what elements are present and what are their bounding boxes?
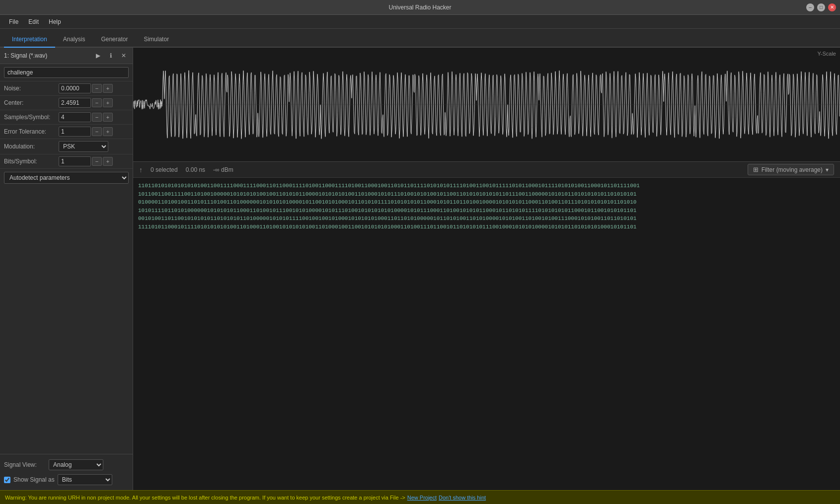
minimize-button[interactable]: – <box>806 3 814 11</box>
center-row: Center: − + <box>0 96 133 110</box>
signal-name-row <box>0 64 133 81</box>
signal-statusbar: ↑ 0 selected 0.00 ns -∞ dBm ⊞ Filter (mo… <box>133 162 840 178</box>
show-signal-checkbox[interactable] <box>4 477 10 483</box>
signal-view-row: Signal View: Analog Digital <box>0 457 133 472</box>
signal-name-input[interactable] <box>4 67 129 78</box>
titlebar: Universal Radio Hacker – □ ✕ <box>0 0 840 15</box>
noise-row: Noise: − + <box>0 81 133 96</box>
show-signal-row: Show Signal as Bits Hex ASCII <box>0 472 133 487</box>
samples-input[interactable] <box>59 112 91 122</box>
bits-line-5: 0010100110110010101010110101010110100000… <box>138 215 835 223</box>
cursor-icon: ↑ <box>139 166 143 174</box>
bits-symbol-input[interactable] <box>59 156 91 166</box>
noise-label: Noise: <box>4 85 59 92</box>
samples-label: Samples/Symbol: <box>4 114 59 121</box>
signal-canvas <box>133 48 840 161</box>
center-increment[interactable]: + <box>103 98 113 107</box>
bits-line-6: 1111010110001011110101010101001101000110… <box>138 223 835 231</box>
noise-input[interactable] <box>59 83 91 93</box>
warning-bar: Warning: You are running URH in non proj… <box>0 490 840 504</box>
center-input[interactable] <box>59 98 91 108</box>
menu-edit[interactable]: Edit <box>23 16 44 27</box>
filter-button[interactable]: ⊞ Filter (moving average) ▾ <box>748 164 834 175</box>
time-display: 0.00 ns <box>186 166 205 173</box>
main-content: 1: Signal (*.wav) ▶ ℹ ✕ Noise: − + Cente… <box>0 48 840 490</box>
bits-symbol-label: Bits/Symbol: <box>4 158 59 165</box>
bits-symbol-increment[interactable]: + <box>103 157 113 166</box>
signal-header: 1: Signal (*.wav) ▶ ℹ ✕ <box>0 48 133 64</box>
bits-line-2: 1011001100111100110100100000101010101001… <box>138 190 835 199</box>
menubar: File Edit Help <box>0 15 840 29</box>
close-signal-button[interactable]: ✕ <box>119 51 129 61</box>
tab-generator[interactable]: Generator <box>93 32 136 48</box>
filter-label: Filter (moving average) <box>762 166 823 173</box>
filter-chevron-icon: ▾ <box>826 166 829 173</box>
show-signal-label: Show Signal as <box>13 476 55 483</box>
titlebar-controls: – □ ✕ <box>806 3 836 11</box>
new-project-link[interactable]: New Project <box>407 495 437 501</box>
bits-line-4: 1010111101101010000001010101011000110100… <box>138 207 835 215</box>
bits-line-1: 1101101010101010101001100111100011110001… <box>138 182 835 190</box>
samples-decrement[interactable]: − <box>92 113 102 122</box>
modulation-label: Modulation: <box>4 143 59 150</box>
left-panel: 1: Signal (*.wav) ▶ ℹ ✕ Noise: − + Cente… <box>0 48 133 490</box>
bits-display: 1101101010101010101001100111100011110001… <box>133 178 840 490</box>
signal-view-rows: Signal View: Analog Digital Show Signal … <box>0 454 133 490</box>
bits-symbol-decrement[interactable]: − <box>92 157 102 166</box>
center-decrement[interactable]: − <box>92 98 102 107</box>
center-label: Center: <box>4 99 59 106</box>
play-button[interactable]: ▶ <box>93 51 103 61</box>
error-decrement[interactable]: − <box>92 127 102 136</box>
samples-row: Samples/Symbol: − + <box>0 110 133 125</box>
noise-decrement[interactable]: − <box>92 84 102 93</box>
tab-interpretation[interactable]: Interpretation <box>4 32 55 48</box>
error-label: Error Tolerance: <box>4 128 59 135</box>
error-input[interactable] <box>59 127 91 137</box>
titlebar-title: Universal Radio Hacker <box>388 4 451 11</box>
signal-view-select[interactable]: Analog Digital <box>49 459 103 470</box>
close-button[interactable]: ✕ <box>828 3 836 11</box>
warning-text: Warning: You are running URH in non proj… <box>5 495 405 501</box>
noise-increment[interactable]: + <box>103 84 113 93</box>
tab-simulator[interactable]: Simulator <box>136 32 177 48</box>
bits-line-3: 0100001101001001101011101001101000000101… <box>138 198 835 207</box>
signal-title: 1: Signal (*.wav) <box>4 52 90 59</box>
menu-file[interactable]: File <box>4 16 23 27</box>
menu-help[interactable]: Help <box>44 16 66 27</box>
error-row: Error Tolerance: − + <box>0 125 133 139</box>
autodetect-select[interactable]: Autodetect parameters <box>4 172 129 184</box>
show-signal-select[interactable]: Bits Hex ASCII <box>58 474 112 485</box>
right-panel: Y-Scale ↑ 0 selected 0.00 ns -∞ dBm ⊞ Fi… <box>133 48 840 490</box>
tabbar: Interpretation Analysis Generator Simula… <box>0 29 840 48</box>
signal-view-label: Signal View: <box>4 461 49 468</box>
dont-show-link[interactable]: Don't show this hint <box>439 495 486 501</box>
modulation-select[interactable]: PSK ASK FSK <box>59 141 108 152</box>
tab-analysis[interactable]: Analysis <box>55 32 93 48</box>
samples-increment[interactable]: + <box>103 113 113 122</box>
autodetect-row: Autodetect parameters <box>0 169 133 187</box>
bits-symbol-row: Bits/Symbol: − + <box>0 154 133 169</box>
modulation-row: Modulation: PSK ASK FSK <box>0 139 133 154</box>
show-signal-checkbox-label[interactable]: Show Signal as <box>4 476 55 483</box>
error-increment[interactable]: + <box>103 127 113 136</box>
selected-count: 0 selected <box>151 166 178 173</box>
maximize-button[interactable]: □ <box>817 3 825 11</box>
signal-display[interactable]: Y-Scale <box>133 48 840 162</box>
power-display: -∞ dBm <box>213 166 233 173</box>
info-button[interactable]: ℹ <box>106 51 116 61</box>
y-scale-label: Y-Scale <box>817 51 836 57</box>
